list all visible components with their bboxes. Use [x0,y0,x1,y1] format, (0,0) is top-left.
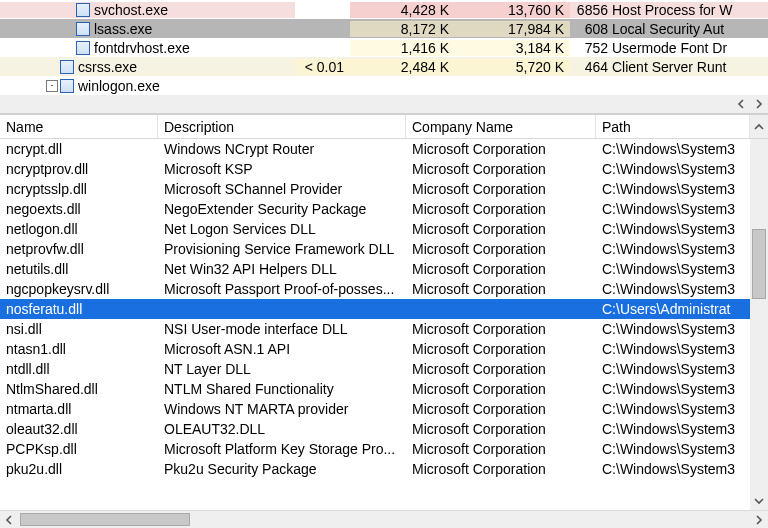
scroll-right-button[interactable] [750,95,768,113]
working-set-cell: 13,760 K [455,2,570,18]
dll-company-cell: Microsoft Corporation [406,241,596,257]
process-tree-pane: svchost.exe4,428 K13,760 K6856Host Proce… [0,0,768,114]
dll-row[interactable]: nsi.dllNSI User-mode interface DLLMicros… [0,319,750,339]
pid-cell: 464 [570,59,612,75]
dll-description-cell: NSI User-mode interface DLL [158,321,406,337]
dll-name-cell: pku2u.dll [0,461,158,477]
process-icon [76,41,90,55]
process-row[interactable]: lsass.exe8,172 K17,984 K608Local Securit… [0,19,768,38]
dll-hscrollbar[interactable] [0,510,768,528]
process-name: winlogon.exe [78,78,160,94]
dll-description-cell: Microsoft KSP [158,161,406,177]
dll-row[interactable]: pku2u.dllPku2u Security PackageMicrosoft… [0,459,750,479]
dll-row[interactable]: NtlmShared.dllNTLM Shared FunctionalityM… [0,379,750,399]
dll-row[interactable]: ntdll.dllNT Layer DLLMicrosoft Corporati… [0,359,750,379]
dll-name-cell: oleaut32.dll [0,421,158,437]
process-hscrollbar[interactable] [0,95,768,113]
dll-row[interactable]: ntmarta.dllWindows NT MARTA providerMicr… [0,399,750,419]
tree-toggle-icon[interactable]: - [46,80,58,92]
dll-name-cell: netlogon.dll [0,221,158,237]
dll-row[interactable]: ngcpopkeysrv.dllMicrosoft Passport Proof… [0,279,750,299]
vscroll-thumb[interactable] [752,229,766,299]
description-cell: Host Process for W [612,2,768,18]
dll-description-cell: NegoExtender Security Package [158,201,406,217]
dll-company-cell: Microsoft Corporation [406,341,596,357]
dll-row[interactable]: negoexts.dllNegoExtender Security Packag… [0,199,750,219]
column-header-company[interactable]: Company Name [406,115,596,138]
dll-description-cell: Microsoft ASN.1 API [158,341,406,357]
dll-name-cell: ncryptprov.dll [0,161,158,177]
dll-path-cell: C:\Windows\System3 [596,181,750,197]
process-icon [60,79,74,93]
column-header-name[interactable]: Name [0,115,158,138]
dll-name-cell: ncrypt.dll [0,141,158,157]
dll-company-cell: Microsoft Corporation [406,161,596,177]
dll-row[interactable]: netutils.dllNet Win32 API Helpers DLLMic… [0,259,750,279]
dll-row[interactable]: ntasn1.dllMicrosoft ASN.1 APIMicrosoft C… [0,339,750,359]
dll-path-cell: C:\Windows\System3 [596,281,750,297]
tree-toggle-icon [62,4,74,16]
scroll-left-button[interactable] [0,511,18,529]
description-cell: Client Server Runt [612,59,768,75]
dll-row[interactable]: oleaut32.dllOLEAUT32.DLLMicrosoft Corpor… [0,419,750,439]
tree-toggle-icon [46,61,58,73]
dll-description-cell: NTLM Shared Functionality [158,381,406,397]
dll-description-cell: Provisioning Service Framework DLL [158,241,406,257]
process-name: csrss.exe [78,59,137,75]
dll-path-cell: C:\Windows\System3 [596,421,750,437]
tree-toggle-icon [62,23,74,35]
process-icon [60,60,74,74]
dll-company-cell: Microsoft Corporation [406,181,596,197]
private-bytes-cell: 4,428 K [350,2,455,18]
description-cell: Usermode Font Dr [612,40,768,56]
private-bytes-cell: 8,172 K [350,21,455,37]
dll-company-cell: Microsoft Corporation [406,221,596,237]
dll-path-cell: C:\Windows\System3 [596,461,750,477]
dll-path-cell: C:\Windows\System3 [596,321,750,337]
dll-name-cell: nsi.dll [0,321,158,337]
dll-row[interactable]: nosferatu.dllC:\Users\Administrat [0,299,750,319]
process-name: lsass.exe [94,21,152,37]
process-row[interactable]: csrss.exe< 0.012,484 K5,720 K464Client S… [0,57,768,76]
scroll-down-button[interactable] [750,492,768,510]
private-bytes-cell: 1,416 K [350,40,455,56]
dll-description-cell: Net Logon Services DLL [158,221,406,237]
dll-vscrollbar[interactable] [750,139,768,510]
dll-name-cell: ngcpopkeysrv.dll [0,281,158,297]
column-header-description[interactable]: Description [158,115,406,138]
dll-row[interactable]: PCPKsp.dllMicrosoft Platform Key Storage… [0,439,750,459]
scroll-left-button[interactable] [732,95,750,113]
dll-row[interactable]: netlogon.dllNet Logon Services DLLMicros… [0,219,750,239]
dll-row[interactable]: netprovfw.dllProvisioning Service Framew… [0,239,750,259]
tree-toggle-icon [62,42,74,54]
dll-company-cell: Microsoft Corporation [406,141,596,157]
dll-name-cell: nosferatu.dll [0,301,158,317]
dll-path-cell: C:\Windows\System3 [596,381,750,397]
scroll-right-button[interactable] [750,511,768,529]
dll-row[interactable]: ncrypt.dllWindows NCrypt RouterMicrosoft… [0,139,750,159]
dll-company-cell: Microsoft Corporation [406,401,596,417]
working-set-cell: 17,984 K [455,21,570,37]
process-row[interactable]: -winlogon.exe [0,76,768,95]
dll-description-cell: Windows NT MARTA provider [158,401,406,417]
dll-columns-header[interactable]: Name Description Company Name Path [0,115,768,139]
dll-company-cell: Microsoft Corporation [406,261,596,277]
hscroll-thumb[interactable] [20,513,190,526]
dll-row[interactable]: ncryptprov.dllMicrosoft KSPMicrosoft Cor… [0,159,750,179]
process-icon [76,22,90,36]
process-row[interactable]: fontdrvhost.exe1,416 K3,184 K752Usermode… [0,38,768,57]
pid-cell: 6856 [570,2,612,18]
dll-row[interactable]: ncryptsslp.dllMicrosoft SChannel Provide… [0,179,750,199]
dll-list-pane: Name Description Company Name Path ncryp… [0,114,768,528]
dll-name-cell: ncryptsslp.dll [0,181,158,197]
dll-path-cell: C:\Windows\System3 [596,141,750,157]
private-bytes-cell: 2,484 K [350,59,455,75]
dll-company-cell: Microsoft Corporation [406,361,596,377]
scroll-up-button[interactable] [750,115,768,138]
process-row[interactable]: svchost.exe4,428 K13,760 K6856Host Proce… [0,0,768,19]
column-header-path[interactable]: Path [596,115,750,138]
dll-path-cell: C:\Windows\System3 [596,221,750,237]
dll-company-cell: Microsoft Corporation [406,321,596,337]
dll-path-cell: C:\Windows\System3 [596,201,750,217]
dll-name-cell: ntdll.dll [0,361,158,377]
